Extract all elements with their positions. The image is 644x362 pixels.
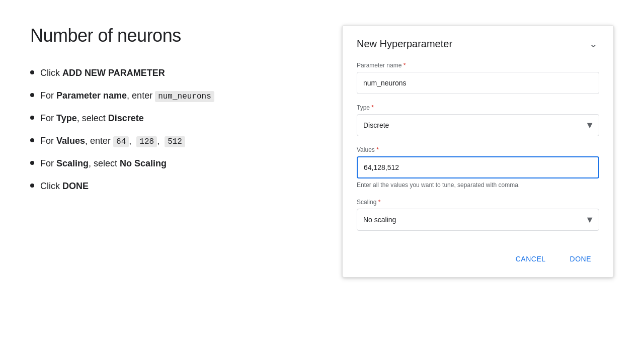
required-star: * — [371, 104, 374, 111]
type-select-wrapper: Discrete Integer Double Categorical ▼ — [357, 114, 599, 136]
bullet-icon — [30, 138, 34, 142]
left-panel: Number of neurons Click ADD NEW PARAMETE… — [30, 20, 322, 193]
card-header: New Hyperparameter ⌄ — [357, 38, 599, 50]
parameter-name-label: Parameter name * — [357, 62, 599, 69]
required-star: * — [376, 146, 379, 153]
type-group: Type * Discrete Integer Double Categoric… — [357, 104, 599, 136]
add-param-label: ADD NEW PARAMETER — [62, 68, 165, 78]
card-footer: CANCEL DONE — [357, 245, 599, 267]
page-title: Number of neurons — [30, 25, 322, 46]
type-label: Type * — [357, 104, 599, 111]
bullet-icon — [30, 161, 34, 165]
bullet-icon — [30, 184, 34, 188]
bullet-icon — [30, 70, 34, 74]
values-input[interactable] — [357, 156, 599, 178]
required-star: * — [378, 199, 381, 206]
list-item: Click DONE — [30, 179, 322, 193]
values-group: Values * Enter all the values you want t… — [357, 146, 599, 189]
type-select[interactable]: Discrete Integer Double Categorical — [357, 114, 599, 136]
scaling-select-wrapper: No scaling Linear Log Reverse log ▼ — [357, 209, 599, 231]
list-item: For Parameter name, enter num_neurons — [30, 89, 322, 103]
values-hint: Enter all the values you want to tune, s… — [357, 182, 599, 189]
param-name-code: num_neurons — [155, 91, 214, 102]
bullet-icon — [30, 93, 34, 97]
parameter-name-input[interactable] — [357, 72, 599, 94]
required-star: * — [404, 62, 406, 69]
list-item: Click ADD NEW PARAMETER — [30, 66, 322, 80]
scaling-select[interactable]: No scaling Linear Log Reverse log — [357, 209, 599, 231]
cancel-button[interactable]: CANCEL — [508, 251, 554, 267]
instructions-list: Click ADD NEW PARAMETER For Parameter na… — [30, 66, 322, 193]
card-title: New Hyperparameter — [357, 38, 452, 50]
scaling-group: Scaling * No scaling Linear Log Reverse … — [357, 199, 599, 231]
parameter-name-group: Parameter name * — [357, 62, 599, 94]
chevron-up-icon[interactable]: ⌄ — [587, 38, 599, 50]
right-panel: New Hyperparameter ⌄ Parameter name * Ty… — [342, 25, 614, 278]
bullet-icon — [30, 116, 34, 120]
hyperparameter-card: New Hyperparameter ⌄ Parameter name * Ty… — [342, 25, 614, 278]
values-input-wrapper — [357, 156, 599, 178]
list-item: For Type, select Discrete — [30, 112, 322, 125]
values-label: Values * — [357, 146, 599, 153]
list-item: For Scaling, select No Scaling — [30, 157, 322, 170]
done-button[interactable]: DONE — [562, 251, 599, 267]
scaling-label: Scaling * — [357, 199, 599, 206]
list-item: For Values, enter 64, 128, 512 — [30, 134, 322, 148]
